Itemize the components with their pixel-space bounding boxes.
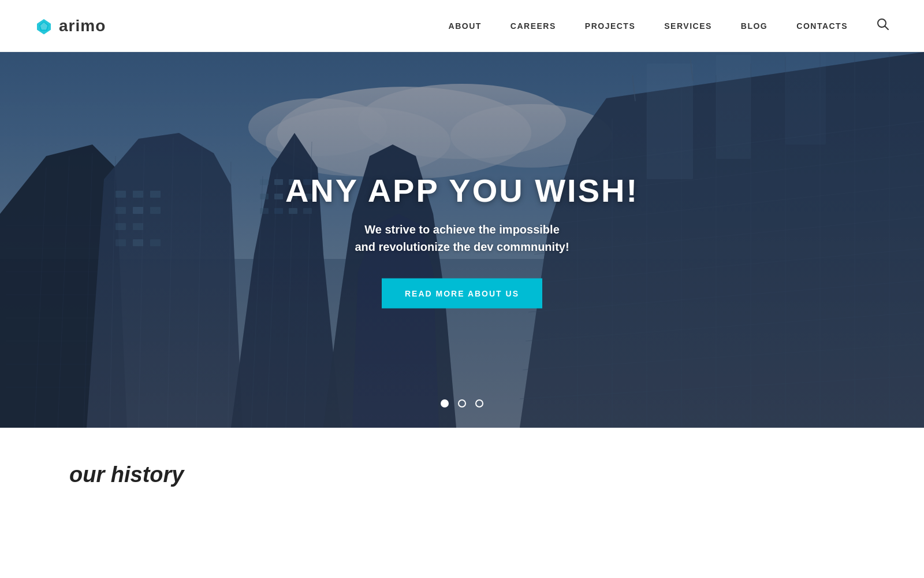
below-hero-section: our history <box>0 428 924 572</box>
logo[interactable]: arimo <box>35 17 106 35</box>
nav-about[interactable]: ABOUT <box>449 21 482 31</box>
hero-section: ANY APP YOU WISH! We strive to achieve t… <box>0 52 924 428</box>
nav-services[interactable]: SERVICES <box>664 21 712 31</box>
hero-subtitle: We strive to achieve the impossible and … <box>260 221 664 255</box>
main-nav: ABOUT CAREERS PROJECTS SERVICES BLOG CON… <box>449 18 889 34</box>
site-header: arimo ABOUT CAREERS PROJECTS SERVICES BL… <box>0 0 924 52</box>
hero-subtitle-line1: We strive to achieve the impossible <box>364 223 560 236</box>
nav-contacts[interactable]: CONTACTS <box>796 21 848 31</box>
nav-careers[interactable]: CAREERS <box>511 21 556 31</box>
hero-title: ANY APP YOU WISH! <box>260 172 664 209</box>
hero-content: ANY APP YOU WISH! We strive to achieve t… <box>260 172 664 309</box>
nav-blog[interactable]: BLOG <box>741 21 767 31</box>
logo-icon <box>35 17 53 35</box>
nav-projects[interactable]: PROJECTS <box>585 21 635 31</box>
search-icon[interactable] <box>877 18 889 34</box>
svg-line-4 <box>885 27 889 30</box>
our-history-title: our history <box>69 462 855 487</box>
hero-subtitle-line2: and revolutionize the dev commnunity! <box>355 240 569 253</box>
slider-dot-2[interactable] <box>458 399 466 407</box>
logo-text: arimo <box>59 17 106 35</box>
slider-dot-3[interactable] <box>475 399 483 407</box>
slider-dot-1[interactable] <box>441 399 449 407</box>
slider-dots <box>441 399 483 407</box>
hero-cta-button[interactable]: READ MORE ABOUT US <box>382 279 542 309</box>
